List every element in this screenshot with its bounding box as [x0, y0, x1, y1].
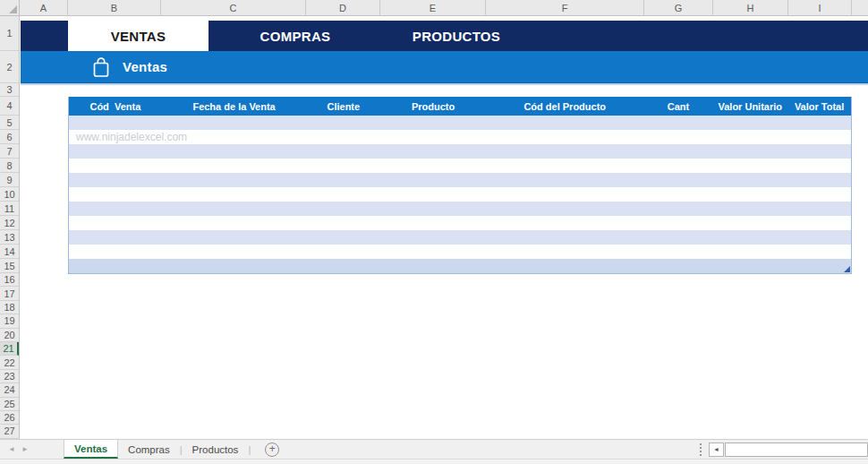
column-header-filler	[852, 0, 868, 15]
table-row[interactable]: www.ninjadelexcel.com	[69, 130, 851, 144]
hscroll-left-arrow[interactable]: ◄	[709, 443, 724, 457]
sheet-nav-right-icon[interactable]: ►	[21, 445, 29, 453]
sheet-tab-bar: ◄ ► Ventas Compras | Productos | + ◄	[0, 439, 868, 459]
table-header-cell[interactable]: Cód del Producto	[486, 97, 644, 116]
nav-tab-productos[interactable]: PRODUCTOS	[394, 21, 519, 51]
table-row[interactable]	[69, 187, 851, 202]
row-number-11[interactable]: 11	[0, 202, 19, 216]
table-row[interactable]	[69, 116, 851, 130]
row-number-26[interactable]: 26	[0, 411, 19, 425]
table-row[interactable]	[69, 159, 851, 173]
table-row[interactable]	[69, 144, 851, 159]
table-header-cell[interactable]: Cliente	[306, 97, 380, 116]
tab-divider: |	[248, 444, 251, 455]
column-header-strip: ABCDEFGHI	[0, 0, 868, 16]
select-all-triangle-icon	[9, 5, 17, 13]
add-sheet-button[interactable]: +	[265, 443, 279, 457]
hscroll-thumb[interactable]	[725, 443, 868, 457]
row-number-23[interactable]: 23	[0, 370, 19, 383]
row-number-16[interactable]: 16	[0, 273, 19, 287]
column-header-e[interactable]: E	[380, 0, 486, 15]
section-title-bar: Ventas	[21, 51, 868, 83]
column-header-d[interactable]: D	[306, 0, 380, 15]
row-number-10[interactable]: 10	[0, 187, 19, 202]
column-header-b[interactable]: B	[68, 0, 161, 15]
sheet-tab-productos[interactable]: Productos	[183, 440, 249, 459]
nav-tab-compras[interactable]: COMPRAS	[233, 21, 358, 51]
column-header-i[interactable]: I	[788, 0, 852, 15]
row-number-9[interactable]: 9	[0, 173, 19, 187]
table-header-cell[interactable]: Valor Unitario	[712, 97, 787, 116]
row-number-13[interactable]: 13	[0, 230, 19, 245]
table-header-cell[interactable]: Fecha de la Venta	[162, 97, 307, 116]
table-row[interactable]	[69, 230, 851, 245]
row-number-12[interactable]: 12	[0, 216, 19, 230]
sheet-tab-compras[interactable]: Compras	[118, 440, 180, 459]
nav-tab-ventas[interactable]: VENTAS	[68, 21, 208, 51]
row-number-25[interactable]: 25	[0, 398, 19, 411]
excel-window: ABCDEFGHI 123456789101112131415161718192…	[0, 0, 868, 464]
table-resize-handle[interactable]	[844, 266, 850, 272]
table-header-row: Cód VentaFecha de la VentaClienteProduct…	[69, 97, 851, 116]
row-number-5[interactable]: 5	[0, 116, 19, 130]
sheet-canvas: VENTAS COMPRAS PRODUCTOS Ventas Cód Vent…	[21, 16, 868, 439]
sheet-tab-ventas[interactable]: Ventas	[64, 440, 118, 459]
watermark-text: www.ninjadelexcel.com	[69, 130, 187, 144]
table-row[interactable]	[69, 173, 851, 187]
row-number-20[interactable]: 20	[0, 329, 19, 342]
nav-banner: VENTAS COMPRAS PRODUCTOS	[21, 21, 868, 51]
row-number-2[interactable]: 2	[0, 51, 19, 83]
column-header-f[interactable]: F	[486, 0, 644, 15]
table-row[interactable]	[69, 216, 851, 230]
table-row[interactable]	[69, 259, 851, 273]
column-header-h[interactable]: H	[713, 0, 788, 15]
shopping-bag-icon	[92, 56, 110, 78]
row-number-3[interactable]: 3	[0, 83, 19, 97]
row-number-8[interactable]: 8	[0, 159, 19, 173]
table-header-cell[interactable]: Cant	[644, 97, 713, 116]
column-header-c[interactable]: C	[161, 0, 306, 15]
row-number-17[interactable]: 17	[0, 287, 19, 300]
table-row[interactable]	[69, 245, 851, 259]
row-number-7[interactable]: 7	[0, 144, 19, 159]
tab-scrollbar-splitter[interactable]	[693, 443, 709, 456]
row-number-22[interactable]: 22	[0, 356, 19, 369]
select-all-button[interactable]	[0, 0, 20, 15]
table-header-cell[interactable]: Cód Venta	[69, 97, 162, 116]
row-number-24[interactable]: 24	[0, 383, 19, 397]
row-number-1[interactable]: 1	[0, 16, 19, 51]
row-number-gutter: 1234567891011121314151617181920212223242…	[0, 16, 20, 439]
column-header-a[interactable]: A	[20, 0, 68, 15]
table-row[interactable]	[69, 202, 851, 216]
row-number-6[interactable]: 6	[0, 130, 19, 144]
status-bar	[0, 459, 868, 464]
sheet-nav-left-icon[interactable]: ◄	[8, 445, 15, 453]
row-number-19[interactable]: 19	[0, 314, 19, 328]
table-header-cell[interactable]: Producto	[380, 97, 486, 116]
row-number-18[interactable]: 18	[0, 301, 19, 314]
column-header-g[interactable]: G	[644, 0, 713, 15]
sales-table: Cód VentaFecha de la VentaClienteProduct…	[68, 97, 852, 274]
row-number-14[interactable]: 14	[0, 245, 19, 259]
sheet-nav-arrows: ◄ ►	[0, 445, 39, 453]
row-number-27[interactable]: 27	[0, 425, 19, 438]
row-number-21[interactable]: 21	[0, 342, 19, 356]
row-number-15[interactable]: 15	[0, 259, 19, 273]
table-header-cell[interactable]: Valor Total	[787, 97, 851, 116]
section-title: Ventas	[123, 59, 167, 74]
row-number-4[interactable]: 4	[0, 97, 19, 116]
